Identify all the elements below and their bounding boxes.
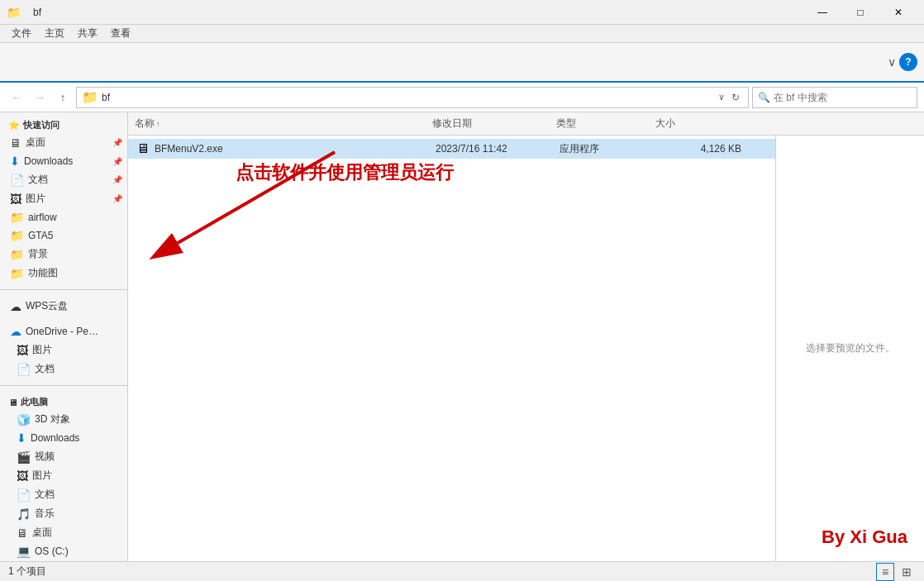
- menu-item-file[interactable]: 文件: [5, 25, 38, 42]
- sidebar-item-pc-docs[interactable]: 📄 文档: [0, 485, 127, 504]
- menu-item-share[interactable]: 共享: [71, 25, 104, 42]
- file-name: BFMenuV2.exe: [155, 143, 436, 155]
- col-header-size[interactable]: 大小: [655, 117, 738, 131]
- title-bar: 📁 bf — □ ✕: [0, 0, 924, 25]
- ribbon-right: ∨ ?: [888, 53, 917, 71]
- desktop-icon: 🖥: [10, 136, 21, 150]
- 3d-icon: 🧊: [17, 413, 31, 426]
- pin-icon: 📌: [112, 138, 122, 147]
- file-size: 4,126 KB: [659, 143, 741, 155]
- maximize-button[interactable]: □: [841, 0, 879, 25]
- file-exe-icon: 🖥: [135, 140, 151, 157]
- address-path-text: bf: [102, 92, 715, 103]
- sidebar-item-funcimg[interactable]: 📁 功能图: [0, 264, 127, 283]
- col-header-type[interactable]: 类型: [556, 117, 655, 131]
- sidebar-item-gta5[interactable]: 📁 GTA5: [0, 226, 127, 245]
- search-box[interactable]: 🔍: [752, 87, 917, 108]
- onedrive-icon: ☁: [10, 325, 21, 338]
- file-list: 🖥 BFMenuV2.exe 2023/7/16 11:42 应用程序 4,12…: [128, 136, 775, 561]
- title-bar-title: bf: [33, 7, 803, 18]
- column-headers: 名称 ↑ 修改日期 类型 大小: [128, 112, 924, 136]
- content-area: 名称 ↑ 修改日期 类型 大小 🖥 BFMenuV2.exe 2023/7/16…: [128, 112, 924, 561]
- back-button[interactable]: ←: [7, 88, 26, 107]
- watermark: By Xi Gua: [822, 526, 907, 548]
- quick-access-header: ⭐ 快速访问: [0, 116, 127, 133]
- wps-icon: ☁: [10, 300, 21, 313]
- ribbon-menu: 文件 主页 共享 查看: [0, 25, 924, 43]
- sidebar-item-docs[interactable]: 📄 文档 📌: [0, 170, 127, 189]
- ribbon-toolbar: ∨ ?: [0, 43, 924, 83]
- view-detail-button[interactable]: ≡: [876, 563, 894, 581]
- bg-icon: 📁: [10, 248, 24, 261]
- sidebar-item-downloads[interactable]: ⬇ Downloads 📌: [0, 152, 127, 170]
- pin-icon4: 📌: [112, 194, 122, 203]
- sidebar-item-wps[interactable]: ☁ WPS云盘: [0, 297, 127, 316]
- close-button[interactable]: ✕: [879, 0, 917, 25]
- sidebar-item-od-pictures[interactable]: 🖼 图片: [0, 341, 127, 360]
- svg-line-0: [178, 152, 335, 243]
- airflow-icon: 📁: [10, 211, 24, 224]
- menu-item-view[interactable]: 查看: [104, 25, 137, 42]
- pin-icon2: 📌: [112, 157, 122, 166]
- annotation-arrow: [128, 136, 775, 561]
- music-icon: 🎵: [17, 507, 31, 521]
- col-header-date[interactable]: 修改日期: [432, 117, 556, 131]
- sidebar-item-onedrive[interactable]: ☁ OneDrive - Perso...: [0, 322, 127, 341]
- sidebar-item-pictures[interactable]: 🖼 图片 📌: [0, 189, 127, 208]
- annotation-overlay: 点击软件并使用管理员运行: [128, 136, 775, 561]
- annotation-text: 点击软件并使用管理员运行: [236, 160, 454, 185]
- ribbon-help-button[interactable]: ?: [899, 53, 917, 71]
- sidebar-item-od-docs[interactable]: 📄 文档: [0, 360, 127, 379]
- sidebar-item-pc-pictures[interactable]: 🖼 图片: [0, 466, 127, 485]
- sidebar-item-videos[interactable]: 🎬 视频: [0, 447, 127, 466]
- sidebar-divider-1: [0, 289, 127, 290]
- status-count: 1 个项目: [8, 564, 46, 579]
- pc-desktop-icon: 🖥: [17, 526, 28, 540]
- sidebar-item-pc-desktop[interactable]: 🖥 桌面: [0, 523, 127, 542]
- address-refresh-icon[interactable]: ↻: [728, 92, 743, 103]
- col-header-name[interactable]: 名称 ↑: [135, 117, 432, 131]
- view-tile-button[interactable]: ⊞: [898, 563, 916, 581]
- address-path[interactable]: 📁 bf ∨ ↻: [76, 87, 749, 108]
- pictures-icon: 🖼: [10, 193, 21, 206]
- sidebar: ⭐ 快速访问 🖥 桌面 📌 ⬇ Downloads 📌 📄 文档 📌 🖼 图片: [0, 112, 128, 561]
- sidebar-item-bg[interactable]: 📁 背景: [0, 245, 127, 264]
- address-dropdown-icon[interactable]: ∨: [718, 92, 725, 102]
- sidebar-item-3d[interactable]: 🧊 3D 对象: [0, 410, 127, 429]
- sidebar-section-onedrive: ☁ OneDrive - Perso... 🖼 图片 📄 文档: [0, 319, 127, 382]
- pc-header: 🖥 此电脑: [0, 393, 127, 410]
- forward-button[interactable]: →: [30, 88, 50, 107]
- sidebar-section-quick-access: ⭐ 快速访问 🖥 桌面 📌 ⬇ Downloads 📌 📄 文档 📌 🖼 图片: [0, 112, 127, 286]
- status-bar: 1 个项目 ≡ ⊞ By Xi Gua: [0, 561, 924, 581]
- sidebar-item-airflow[interactable]: 📁 airflow: [0, 208, 127, 226]
- search-icon: 🔍: [758, 92, 770, 103]
- os-c-icon: 💻: [17, 545, 31, 558]
- downloads-pc-icon: ⬇: [17, 431, 26, 445]
- sidebar-section-pc: 🖥 此电脑 🧊 3D 对象 ⬇ Downloads 🎬 视频 🖼 图片 📄: [0, 389, 127, 561]
- sidebar-item-os-c[interactable]: 💻 OS (C:): [0, 542, 127, 560]
- address-folder-icon: 📁: [82, 89, 98, 105]
- status-right: ≡ ⊞: [876, 563, 916, 581]
- sidebar-item-desktop[interactable]: 🖥 桌面 📌: [0, 133, 127, 152]
- sidebar-item-music[interactable]: 🎵 音乐: [0, 504, 127, 523]
- address-bar: ← → ↑ 📁 bf ∨ ↻ 🔍: [0, 83, 924, 112]
- title-bar-icons: 📁: [7, 6, 20, 19]
- sort-arrow-icon: ↑: [156, 120, 160, 128]
- videos-icon: 🎬: [17, 450, 31, 464]
- table-row[interactable]: 🖥 BFMenuV2.exe 2023/7/16 11:42 应用程序 4,12…: [128, 139, 775, 159]
- sidebar-divider-2: [0, 385, 127, 386]
- file-type: 应用程序: [560, 142, 659, 156]
- up-button[interactable]: ↑: [53, 88, 73, 107]
- title-bar-controls: — □ ✕: [803, 0, 917, 25]
- od-docs-icon: 📄: [17, 363, 31, 376]
- pc-pictures-icon: 🖼: [17, 469, 28, 483]
- search-input[interactable]: [774, 92, 912, 103]
- funcimg-icon: 📁: [10, 267, 24, 280]
- content-wrapper: 🖥 BFMenuV2.exe 2023/7/16 11:42 应用程序 4,12…: [128, 136, 924, 561]
- od-pictures-icon: 🖼: [17, 344, 28, 357]
- sidebar-item-downloads-pc[interactable]: ⬇ Downloads: [0, 429, 127, 447]
- ribbon-collapse-icon[interactable]: ∨: [888, 55, 896, 69]
- menu-item-home[interactable]: 主页: [38, 25, 71, 42]
- sidebar-section-wps: ☁ WPS云盘: [0, 293, 127, 319]
- minimize-button[interactable]: —: [803, 0, 841, 25]
